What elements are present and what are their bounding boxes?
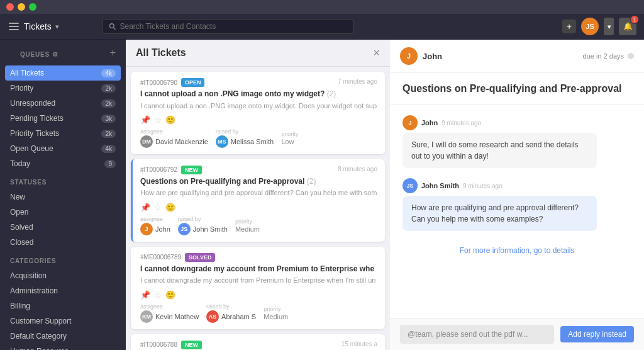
star-icon-2[interactable]: ☆	[154, 203, 162, 212]
ticket-card-1[interactable]: #IT00006790 OPEN 7 minutes ago I cannot …	[131, 72, 385, 154]
sidebar-item-all-tickets[interactable]: All Tickets 4k	[5, 65, 121, 81]
sidebar-item-administration[interactable]: Administration	[0, 283, 126, 298]
ticket-status-2: NEW	[181, 166, 202, 174]
ticket-id-4: #IT00006788	[140, 341, 177, 348]
ticket-card-3-header: #ME00006789 SOLVED	[140, 253, 377, 262]
ticket-time-2: 8 minutes ago	[338, 166, 377, 172]
tickets-panel: All Tickets × #IT00006790 OPEN 7 minutes…	[126, 40, 390, 350]
star-icon-3[interactable]: ☆	[154, 290, 162, 300]
sidebar-item-new[interactable]: New	[0, 189, 126, 205]
svg-rect-0	[9, 23, 19, 24]
all-tickets-badge: 4k	[101, 69, 116, 77]
ticket-status-3: SOLVED	[185, 253, 215, 262]
ticket-meta-2: assignee J John raised by JS John Smith	[140, 216, 377, 235]
raised-1: raised by MS Melissa Smith	[216, 128, 274, 148]
dropdown-icon[interactable]: ▾	[55, 23, 59, 31]
sidebar-item-priority-tickets[interactable]: Priority Tickets 2k	[0, 126, 126, 141]
ticket-card-4-header: #IT00006788 NEW 15 minutes a	[140, 341, 377, 349]
detail-due: due in 2 days	[583, 52, 634, 60]
ticket-card-2[interactable]: #IT00006792 NEW 8 minutes ago Questions …	[131, 159, 385, 242]
close-dot[interactable]	[6, 3, 14, 11]
notification-button[interactable]: 🔔 1	[619, 18, 636, 35]
pin-icon-1[interactable]: 📌	[140, 115, 150, 125]
ticket-card-4[interactable]: #IT00006788 NEW 15 minutes a The applica…	[131, 334, 385, 350]
ticket-meta-3: assignee KM Kevin Mathew raised by AS Ab…	[140, 303, 377, 323]
ticket-id-status-2: #IT00006792 NEW	[140, 166, 202, 174]
topbar-actions: + JS ▾ 🔔 1	[562, 18, 636, 35]
ticket-preview-1: I cannot upload a non .PNG image onto my…	[140, 101, 377, 110]
today-label: Today	[10, 159, 30, 168]
message-2-sender: JS John Smith 9 minutes ago	[402, 178, 597, 193]
assignee-2: assignee J John	[140, 216, 170, 235]
sidebar-item-closed[interactable]: Closed	[0, 235, 126, 250]
raised-avatar-1: MS	[216, 135, 228, 148]
today-badge: 9	[104, 160, 116, 168]
sidebar-item-open-queue[interactable]: Open Queue 4k	[0, 141, 126, 156]
svg-point-3	[109, 24, 114, 28]
sidebar-item-today[interactable]: Today 9	[0, 156, 126, 171]
sidebar-item-open[interactable]: Open	[0, 205, 126, 220]
all-tickets-label: All Tickets	[10, 69, 44, 77]
add-reply-button[interactable]: Add reply instead	[560, 326, 634, 342]
emoji-icon-2[interactable]: 🙂	[165, 203, 175, 212]
message-1-text: Sure, I will do some research and send t…	[402, 133, 597, 168]
ticket-title-3: I cannot downgrade my account from Premi…	[140, 264, 377, 274]
detail-link[interactable]: For more information, go to details	[402, 241, 631, 260]
message-1-sender: J John 9 minutes ago	[402, 115, 597, 130]
sidebar-item-solved[interactable]: Solved	[0, 220, 126, 235]
message-1: J John 9 minutes ago Sure, I will do som…	[402, 115, 597, 168]
pin-icon-3[interactable]: 📌	[140, 290, 150, 300]
star-icon-1[interactable]: ☆	[154, 115, 162, 125]
priority-3: priority Medium	[264, 306, 288, 320]
priority-badge: 2k	[101, 84, 116, 93]
detail-user-avatar: J	[400, 47, 418, 65]
pending-badge: 3k	[101, 115, 116, 123]
raised-avatar-2: JS	[178, 223, 191, 235]
search-bar[interactable]	[102, 19, 353, 34]
sidebar-item-billing[interactable]: Billing	[0, 298, 126, 313]
search-input[interactable]	[119, 22, 347, 31]
sidebar-item-priority[interactable]: Priority 2k	[0, 81, 126, 96]
maximize-dot[interactable]	[29, 3, 36, 11]
sidebar-item-unresponded[interactable]: Unresponded 2k	[0, 96, 126, 111]
sidebar-item-pending[interactable]: Pending Tickets 3k	[0, 111, 126, 126]
open-queue-badge: 4k	[101, 145, 116, 153]
ticket-preview-3: I cannot downgrade my account from Premi…	[140, 276, 377, 285]
detail-messages: J John 9 minutes ago Sure, I will do som…	[390, 105, 644, 318]
add-queue-button[interactable]: +	[110, 47, 116, 59]
sidebar-item-customer-support[interactable]: Customer Support	[0, 313, 126, 329]
queues-title: QUEUES ⚙	[10, 43, 69, 62]
sidebar-item-acquisition[interactable]: Acquisition	[0, 268, 126, 283]
message-2-time: 9 minutes ago	[463, 183, 502, 189]
ticket-id-status-1: #IT00006790 OPEN	[140, 78, 204, 87]
message-1-time: 9 minutes ago	[441, 120, 481, 127]
sidebar-item-default-category[interactable]: Default Category	[0, 329, 126, 344]
minimize-dot[interactable]	[18, 3, 25, 11]
pin-icon-2[interactable]: 📌	[140, 203, 150, 212]
ticket-time-1: 7 minutes ago	[338, 78, 377, 85]
priority-1: priority Low	[281, 131, 298, 145]
avatar-js[interactable]: JS	[581, 18, 599, 35]
status-dot	[628, 53, 634, 59]
emoji-icon-1[interactable]: 🙂	[165, 115, 175, 125]
sidebar: QUEUES ⚙ + All Tickets 4k Priority 2k Un…	[0, 40, 126, 350]
sidebar-item-human-resource[interactable]: Human Resource	[0, 344, 126, 350]
pending-label: Pending Tickets	[10, 114, 64, 123]
tickets-list: #IT00006790 OPEN 7 minutes ago I cannot …	[126, 67, 390, 350]
due-text: due in 2 days	[583, 52, 624, 60]
svg-line-4	[114, 28, 116, 30]
raised-2: raised by JS John Smith	[178, 216, 228, 235]
app-logo[interactable]: Tickets ▾	[8, 20, 96, 33]
search-icon	[109, 23, 116, 30]
unresponded-label: Unresponded	[10, 99, 55, 108]
reply-input-area[interactable]: @team, please send out the pdf w...	[400, 325, 554, 344]
avatar-dropdown[interactable]: ▾	[604, 18, 614, 35]
close-tickets-button[interactable]: ×	[373, 47, 380, 59]
message-2-avatar: JS	[402, 178, 418, 193]
emoji-icon-3[interactable]: 🙂	[165, 290, 175, 300]
ticket-meta-1: assignee DM David Mackenzie raised by MS…	[140, 128, 377, 148]
tickets-header: All Tickets ×	[126, 40, 390, 67]
add-button[interactable]: +	[562, 20, 576, 33]
detail-header: J John due in 2 days	[390, 40, 644, 73]
ticket-card-3[interactable]: #ME00006789 SOLVED I cannot downgrade my…	[131, 247, 385, 329]
